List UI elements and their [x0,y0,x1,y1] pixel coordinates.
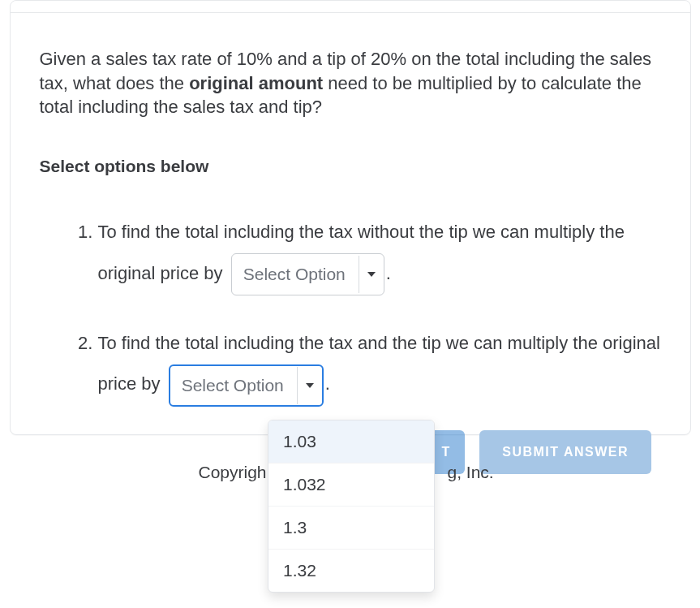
prompt-text: and a tip of [273,49,371,69]
select-caret-box [298,364,322,407]
dropdown-option[interactable]: 1.32 [268,549,434,592]
step-1-select-label: Select Option [232,265,359,282]
step-2-dropdown-menu: 1.03 1.032 1.3 1.32 [268,420,435,593]
footer-text-right: g, Inc. [448,463,494,482]
prompt-text: Given a sales tax rate of [40,49,237,69]
prompt-bold: original amount [189,73,323,93]
caret-down-icon [306,383,314,388]
question-prompt: Given a sales tax rate of 10% and a tip … [40,47,661,119]
dropdown-option[interactable]: 1.3 [268,506,434,549]
select-options-instruction: Select options below [40,157,661,176]
footer-text-left: Copyrigh [199,463,267,482]
dropdown-option[interactable]: 1.032 [268,463,434,506]
card-body: Given a sales tax rate of 10% and a tip … [11,13,690,434]
step-1-period: . [386,263,391,283]
step-2-period: . [325,373,330,394]
question-card: Given a sales tax rate of 10% and a tip … [10,0,691,435]
step-2-select[interactable]: Select Option [169,364,324,407]
step-1-select[interactable]: Select Option [231,253,384,295]
prompt-rate-2: 20% [371,49,406,69]
select-caret-box [359,253,384,295]
step-1: To find the total including the tax with… [98,212,661,295]
prompt-rate-1: 10% [237,49,273,69]
caret-down-icon [367,272,376,277]
steps-list: To find the total including the tax with… [77,212,661,407]
step-2: To find the total including the tax and … [98,323,661,407]
dropdown-option[interactable]: 1.03 [268,420,434,463]
step-2-select-label: Select Option [170,377,297,394]
card-header-strip [11,1,690,13]
